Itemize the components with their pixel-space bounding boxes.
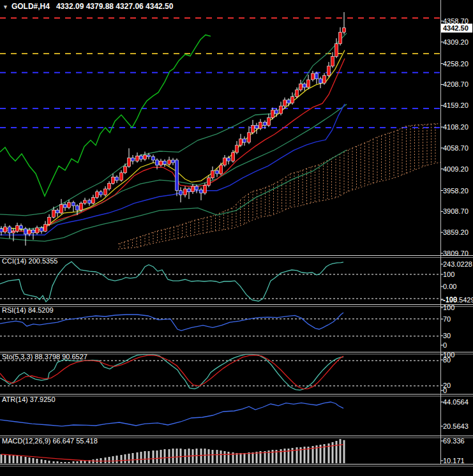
price-axis-label: 3958.20 — [443, 187, 469, 194]
candle-body — [307, 80, 310, 87]
candle-body — [283, 100, 287, 106]
macd-histogram-bar — [4, 455, 6, 463]
macd-histogram-bar — [240, 453, 242, 463]
macd-axis-label: 69.336 — [443, 438, 465, 445]
candle-body — [12, 231, 15, 233]
candle-body — [243, 139, 246, 142]
candle-body — [291, 97, 294, 103]
candle-body — [296, 90, 299, 97]
macd-histogram-bar — [172, 449, 174, 463]
macd-histogram-bar — [36, 459, 38, 463]
macd-histogram-bar — [132, 453, 134, 463]
macd-histogram-bar — [228, 452, 230, 463]
candle-body — [56, 210, 59, 213]
candle-body — [179, 191, 183, 195]
candle-body — [211, 171, 214, 178]
candle-body — [40, 228, 43, 231]
candle-body — [152, 157, 155, 160]
candle-body — [331, 57, 334, 66]
candle-body — [232, 152, 235, 161]
candle-body — [0, 228, 3, 232]
senkou-span-b-line — [118, 162, 440, 249]
macd-histogram-bar — [128, 454, 130, 463]
candle-body — [76, 206, 79, 211]
candle-body — [163, 161, 167, 164]
rsi-axis-label: 30 — [443, 332, 451, 339]
candle-body — [136, 156, 139, 161]
candle-body — [20, 226, 23, 229]
candle-body — [128, 158, 131, 167]
candle-body — [147, 155, 151, 157]
candle-body — [88, 200, 91, 204]
candle-body — [280, 106, 283, 114]
candle-body — [104, 189, 107, 195]
rsi-axis-label: 0 — [443, 342, 447, 349]
candle-body — [44, 225, 47, 232]
rsi-axis-label: 100 — [443, 304, 454, 311]
candle-body — [16, 226, 19, 232]
macd-histogram-bar — [77, 461, 79, 463]
macd-histogram-bar — [105, 457, 107, 463]
macd-histogram-bar — [73, 461, 75, 463]
candle-body — [335, 44, 338, 57]
macd-histogram-bar — [1, 454, 3, 463]
candle-body — [8, 227, 11, 233]
candle-body — [131, 158, 135, 161]
macd-histogram-bar — [343, 440, 345, 463]
symbol-dropdown-icon[interactable]: ▼ — [3, 4, 8, 10]
candle-body — [52, 210, 56, 217]
candle-body — [176, 160, 179, 191]
macd-histogram-bar — [121, 455, 123, 463]
macd-histogram-bar — [216, 450, 218, 463]
candle-body — [319, 79, 322, 84]
candle-body — [248, 133, 251, 142]
candle-body — [168, 160, 171, 165]
time-axis[interactable]: 1 Oct 20253 Oct 05:006 Oct 13:007 Oct 21… — [0, 464, 473, 476]
candle-body — [327, 66, 331, 76]
macd-histogram-bar — [61, 462, 63, 463]
cci-indicator-label: CCI(14) 200.5355 — [2, 257, 57, 265]
candle-body — [184, 189, 187, 195]
macd-histogram-bar — [236, 453, 238, 463]
macd-histogram-bar — [33, 458, 34, 463]
macd-histogram-bar — [252, 452, 254, 463]
price-axis[interactable]: 4358.704309.204258.204208.704159.204108.… — [440, 0, 473, 464]
candle-body — [216, 171, 219, 174]
candle-body — [188, 189, 191, 192]
macd-histogram-bar — [284, 449, 286, 463]
price-axis-label: 4159.20 — [443, 102, 469, 109]
kijun-sen-line — [0, 104, 345, 235]
macd-histogram-bar — [160, 450, 162, 463]
rsi-axis-label: 70 — [443, 316, 451, 323]
current-price-badge: 4342.50 — [441, 24, 472, 33]
chart-header: ▼GOLD#,H44332.09 4379.88 4327.06 4342.50 — [3, 2, 173, 11]
macd-histogram-bar — [25, 457, 27, 463]
candle-body — [223, 158, 227, 165]
atr-axis-label: 44.0564 — [443, 399, 469, 406]
macd-histogram-bar — [164, 449, 166, 463]
atr-axis-label: 20.5643 — [443, 423, 469, 430]
price-axis-label: 3859.20 — [443, 229, 469, 236]
candle-body — [343, 28, 346, 33]
candle-body — [120, 173, 123, 181]
candle-body — [4, 227, 7, 232]
candle-body — [303, 84, 306, 87]
macd-histogram-bar — [220, 450, 222, 463]
candle-body — [323, 75, 326, 83]
macd-histogram-bar — [204, 449, 206, 463]
macd-histogram-bar — [9, 455, 11, 463]
candle-body — [92, 197, 95, 203]
chart-canvas[interactable] — [0, 0, 473, 476]
price-axis-label: 4108.20 — [443, 124, 469, 131]
macd-histogram-bar — [20, 456, 22, 463]
candle-body — [36, 228, 39, 233]
price-axis-label: 3809.70 — [443, 250, 469, 257]
macd-axis-label: 10.171 — [443, 457, 465, 465]
ohlc-values: 4332.09 4379.88 4327.06 4342.50 — [56, 2, 174, 11]
macd-histogram-bar — [208, 449, 210, 463]
macd-histogram-bar — [336, 441, 338, 463]
macd-histogram-bar — [144, 451, 146, 463]
price-axis-label: 4208.70 — [443, 81, 469, 88]
tenkan-sen-line — [0, 59, 345, 233]
stochastic-indicator-label: Sto(5,3,3) 88.3798 90.6527 — [2, 353, 87, 361]
